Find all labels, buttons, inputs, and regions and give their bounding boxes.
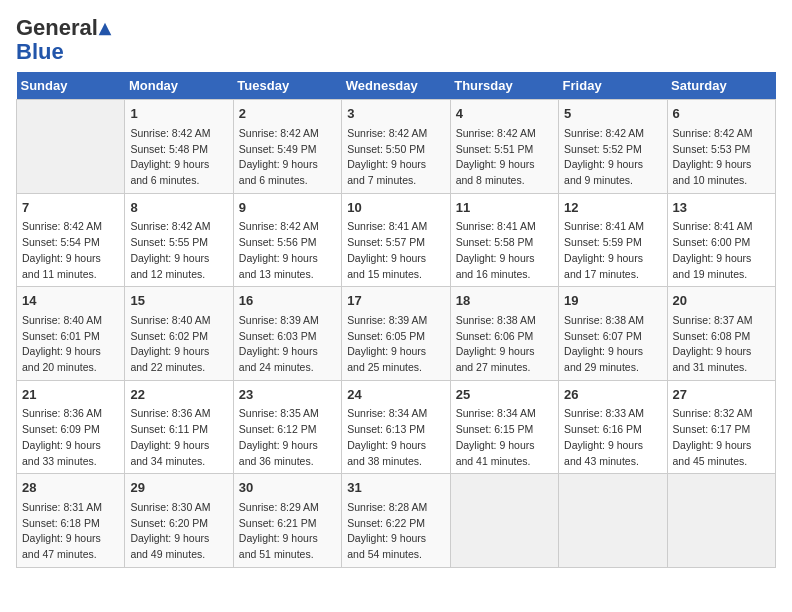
weekday-header: Thursday [450, 72, 558, 100]
cell-content: Sunrise: 8:33 AM Sunset: 6:16 PM Dayligh… [564, 406, 661, 469]
calendar-week-row: 1Sunrise: 8:42 AM Sunset: 5:48 PM Daylig… [17, 100, 776, 194]
cell-content: Sunrise: 8:34 AM Sunset: 6:13 PM Dayligh… [347, 406, 444, 469]
calendar-cell: 25Sunrise: 8:34 AM Sunset: 6:15 PM Dayli… [450, 380, 558, 474]
calendar-cell: 21Sunrise: 8:36 AM Sunset: 6:09 PM Dayli… [17, 380, 125, 474]
day-number: 4 [456, 104, 553, 124]
calendar-cell: 3Sunrise: 8:42 AM Sunset: 5:50 PM Daylig… [342, 100, 450, 194]
day-number: 5 [564, 104, 661, 124]
calendar-week-row: 28Sunrise: 8:31 AM Sunset: 6:18 PM Dayli… [17, 474, 776, 568]
calendar-cell: 6Sunrise: 8:42 AM Sunset: 5:53 PM Daylig… [667, 100, 775, 194]
day-number: 27 [673, 385, 770, 405]
cell-content: Sunrise: 8:42 AM Sunset: 5:54 PM Dayligh… [22, 219, 119, 282]
day-number: 29 [130, 478, 227, 498]
calendar-table: SundayMondayTuesdayWednesdayThursdayFrid… [16, 72, 776, 568]
calendar-cell: 10Sunrise: 8:41 AM Sunset: 5:57 PM Dayli… [342, 193, 450, 287]
calendar-cell: 20Sunrise: 8:37 AM Sunset: 6:08 PM Dayli… [667, 287, 775, 381]
calendar-cell: 7Sunrise: 8:42 AM Sunset: 5:54 PM Daylig… [17, 193, 125, 287]
day-number: 23 [239, 385, 336, 405]
cell-content: Sunrise: 8:41 AM Sunset: 5:59 PM Dayligh… [564, 219, 661, 282]
day-number: 18 [456, 291, 553, 311]
cell-content: Sunrise: 8:40 AM Sunset: 6:01 PM Dayligh… [22, 313, 119, 376]
day-number: 2 [239, 104, 336, 124]
day-number: 11 [456, 198, 553, 218]
cell-content: Sunrise: 8:37 AM Sunset: 6:08 PM Dayligh… [673, 313, 770, 376]
calendar-cell: 24Sunrise: 8:34 AM Sunset: 6:13 PM Dayli… [342, 380, 450, 474]
day-number: 19 [564, 291, 661, 311]
cell-content: Sunrise: 8:30 AM Sunset: 6:20 PM Dayligh… [130, 500, 227, 563]
cell-content: Sunrise: 8:42 AM Sunset: 5:51 PM Dayligh… [456, 126, 553, 189]
calendar-cell: 29Sunrise: 8:30 AM Sunset: 6:20 PM Dayli… [125, 474, 233, 568]
cell-content: Sunrise: 8:32 AM Sunset: 6:17 PM Dayligh… [673, 406, 770, 469]
calendar-cell: 23Sunrise: 8:35 AM Sunset: 6:12 PM Dayli… [233, 380, 341, 474]
calendar-cell [17, 100, 125, 194]
cell-content: Sunrise: 8:38 AM Sunset: 6:06 PM Dayligh… [456, 313, 553, 376]
calendar-cell: 27Sunrise: 8:32 AM Sunset: 6:17 PM Dayli… [667, 380, 775, 474]
day-number: 15 [130, 291, 227, 311]
weekday-header: Sunday [17, 72, 125, 100]
calendar-week-row: 14Sunrise: 8:40 AM Sunset: 6:01 PM Dayli… [17, 287, 776, 381]
cell-content: Sunrise: 8:29 AM Sunset: 6:21 PM Dayligh… [239, 500, 336, 563]
cell-content: Sunrise: 8:36 AM Sunset: 6:11 PM Dayligh… [130, 406, 227, 469]
cell-content: Sunrise: 8:42 AM Sunset: 5:49 PM Dayligh… [239, 126, 336, 189]
logo-display: General Blue [16, 16, 112, 64]
day-number: 14 [22, 291, 119, 311]
calendar-cell: 5Sunrise: 8:42 AM Sunset: 5:52 PM Daylig… [559, 100, 667, 194]
cell-content: Sunrise: 8:31 AM Sunset: 6:18 PM Dayligh… [22, 500, 119, 563]
calendar-cell: 1Sunrise: 8:42 AM Sunset: 5:48 PM Daylig… [125, 100, 233, 194]
calendar-cell [559, 474, 667, 568]
calendar-cell: 11Sunrise: 8:41 AM Sunset: 5:58 PM Dayli… [450, 193, 558, 287]
cell-content: Sunrise: 8:41 AM Sunset: 5:58 PM Dayligh… [456, 219, 553, 282]
cell-content: Sunrise: 8:42 AM Sunset: 5:55 PM Dayligh… [130, 219, 227, 282]
cell-content: Sunrise: 8:38 AM Sunset: 6:07 PM Dayligh… [564, 313, 661, 376]
cell-content: Sunrise: 8:39 AM Sunset: 6:05 PM Dayligh… [347, 313, 444, 376]
calendar-header: SundayMondayTuesdayWednesdayThursdayFrid… [17, 72, 776, 100]
day-number: 17 [347, 291, 444, 311]
day-number: 22 [130, 385, 227, 405]
calendar-cell: 19Sunrise: 8:38 AM Sunset: 6:07 PM Dayli… [559, 287, 667, 381]
calendar-cell: 31Sunrise: 8:28 AM Sunset: 6:22 PM Dayli… [342, 474, 450, 568]
cell-content: Sunrise: 8:42 AM Sunset: 5:48 PM Dayligh… [130, 126, 227, 189]
day-number: 7 [22, 198, 119, 218]
cell-content: Sunrise: 8:41 AM Sunset: 5:57 PM Dayligh… [347, 219, 444, 282]
calendar-cell: 26Sunrise: 8:33 AM Sunset: 6:16 PM Dayli… [559, 380, 667, 474]
logo-triangle-icon [98, 22, 112, 36]
calendar-cell: 4Sunrise: 8:42 AM Sunset: 5:51 PM Daylig… [450, 100, 558, 194]
logo-general-label: General [16, 15, 98, 40]
day-number: 3 [347, 104, 444, 124]
day-number: 20 [673, 291, 770, 311]
day-number: 13 [673, 198, 770, 218]
cell-content: Sunrise: 8:42 AM Sunset: 5:52 PM Dayligh… [564, 126, 661, 189]
logo: General Blue [16, 16, 112, 64]
cell-content: Sunrise: 8:41 AM Sunset: 6:00 PM Dayligh… [673, 219, 770, 282]
day-number: 8 [130, 198, 227, 218]
calendar-cell [450, 474, 558, 568]
svg-marker-0 [99, 23, 112, 36]
weekday-header: Wednesday [342, 72, 450, 100]
day-number: 6 [673, 104, 770, 124]
calendar-cell: 12Sunrise: 8:41 AM Sunset: 5:59 PM Dayli… [559, 193, 667, 287]
calendar-cell: 30Sunrise: 8:29 AM Sunset: 6:21 PM Dayli… [233, 474, 341, 568]
calendar-cell: 9Sunrise: 8:42 AM Sunset: 5:56 PM Daylig… [233, 193, 341, 287]
cell-content: Sunrise: 8:28 AM Sunset: 6:22 PM Dayligh… [347, 500, 444, 563]
day-number: 28 [22, 478, 119, 498]
cell-content: Sunrise: 8:39 AM Sunset: 6:03 PM Dayligh… [239, 313, 336, 376]
calendar-cell: 14Sunrise: 8:40 AM Sunset: 6:01 PM Dayli… [17, 287, 125, 381]
cell-content: Sunrise: 8:35 AM Sunset: 6:12 PM Dayligh… [239, 406, 336, 469]
day-number: 21 [22, 385, 119, 405]
calendar-cell: 8Sunrise: 8:42 AM Sunset: 5:55 PM Daylig… [125, 193, 233, 287]
cell-content: Sunrise: 8:34 AM Sunset: 6:15 PM Dayligh… [456, 406, 553, 469]
weekday-header: Monday [125, 72, 233, 100]
day-number: 9 [239, 198, 336, 218]
day-number: 25 [456, 385, 553, 405]
day-number: 24 [347, 385, 444, 405]
day-number: 31 [347, 478, 444, 498]
day-number: 16 [239, 291, 336, 311]
day-number: 30 [239, 478, 336, 498]
calendar-cell: 15Sunrise: 8:40 AM Sunset: 6:02 PM Dayli… [125, 287, 233, 381]
calendar-cell: 2Sunrise: 8:42 AM Sunset: 5:49 PM Daylig… [233, 100, 341, 194]
calendar-cell: 28Sunrise: 8:31 AM Sunset: 6:18 PM Dayli… [17, 474, 125, 568]
calendar-cell [667, 474, 775, 568]
calendar-week-row: 21Sunrise: 8:36 AM Sunset: 6:09 PM Dayli… [17, 380, 776, 474]
day-number: 10 [347, 198, 444, 218]
calendar-cell: 16Sunrise: 8:39 AM Sunset: 6:03 PM Dayli… [233, 287, 341, 381]
